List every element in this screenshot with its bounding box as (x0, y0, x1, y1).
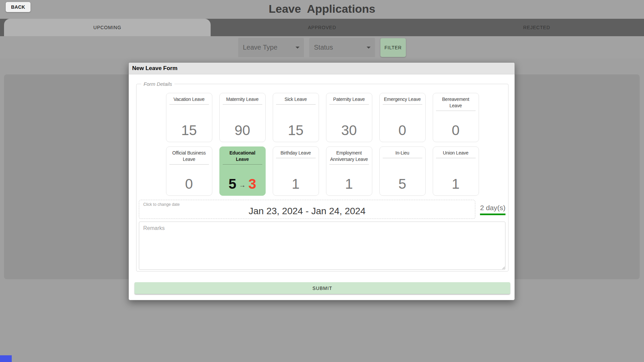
leave-card-title: Educational Leave (223, 150, 262, 165)
leave-balance-value: 90 (234, 123, 250, 137)
leave-balance-value: 30 (341, 123, 357, 137)
chevron-down-icon (367, 47, 371, 49)
form-details-fieldset: Form Details Vacation Leave 15 Maternity… (136, 81, 508, 272)
date-hint-label: Click to change date (143, 202, 180, 207)
leave-card[interactable]: Maternity Leave 90 (219, 93, 266, 142)
leave-card-grid: Vacation Leave 15 Maternity Leave 90 Sic… (137, 93, 508, 196)
leave-card-title: Employment Anniversary Leave (329, 150, 369, 165)
leave-card-title: Birthday Leave (276, 150, 316, 158)
leave-card-value: 0 (185, 177, 193, 191)
top-header: BACK Leave Applications (0, 0, 644, 19)
leave-balance-value: 0 (185, 177, 193, 191)
leave-balance-value: 0 (452, 123, 460, 137)
leave-card-value: 0 (452, 123, 460, 137)
leave-balance-value: 1 (452, 177, 460, 191)
filter-button[interactable]: FILTER (380, 38, 406, 57)
leave-balance-value: 15 (288, 123, 304, 137)
leave-card-title: Paternity Leave (329, 96, 369, 105)
leave-type-select[interactable]: Leave Type (238, 38, 304, 57)
remarks-input[interactable] (139, 222, 505, 270)
leave-card[interactable]: Employment Anniversary Leave 1 (326, 146, 372, 196)
tab-bar: UPCOMING APPROVED REJECTED (0, 19, 644, 36)
status-select[interactable]: Status (309, 38, 375, 57)
date-row: Click to change date Jan 23, 2024 - Jan … (139, 200, 505, 219)
leave-card-value: 30 (341, 123, 357, 137)
submit-button[interactable]: SUBMIT (135, 282, 510, 294)
leave-card-title: In-Lieu (383, 150, 422, 158)
date-range-value: Jan 23, 2024 - Jan 24, 2024 (139, 200, 475, 217)
leave-card[interactable]: Official Business Leave 0 (166, 146, 212, 196)
arrow-right-icon: → (239, 180, 246, 188)
leave-card[interactable]: Sick Leave 15 (273, 93, 319, 142)
leave-card-title: Vacation Leave (169, 96, 209, 105)
leave-card[interactable]: Union Leave 1 (433, 146, 479, 196)
leave-card-title: Bereavement Leave (436, 96, 476, 111)
leave-card-title: Union Leave (436, 150, 476, 158)
new-leave-form-modal: New Leave Form Form Details Vacation Lea… (128, 62, 515, 300)
tab-upcoming[interactable]: UPCOMING (4, 19, 211, 36)
leave-card[interactable]: Emergency Leave 0 (379, 93, 426, 142)
leave-card-title: Official Business Leave (169, 150, 209, 165)
form-details-legend: Form Details (141, 81, 174, 87)
filter-bar: Leave Type Status FILTER (0, 36, 644, 59)
leave-card[interactable]: Paternity Leave 30 (326, 93, 372, 142)
leave-balance-value: 1 (292, 177, 300, 191)
leave-card-value: 1 (292, 177, 300, 191)
leave-balance-value: 1 (345, 177, 353, 191)
leave-card[interactable]: Vacation Leave 15 (166, 93, 212, 142)
leave-card-value: 15 (181, 123, 197, 137)
leave-card-value: 15 (288, 123, 304, 137)
page-title: Leave Applications (0, 0, 644, 19)
leave-card-value: 5 → 3 (228, 177, 256, 191)
date-range-picker[interactable]: Click to change date Jan 23, 2024 - Jan … (139, 200, 475, 219)
leave-card[interactable]: In-Lieu 5 (379, 146, 426, 196)
leave-new-balance-value: 3 (249, 177, 256, 191)
tab-approved[interactable]: APPROVED (215, 19, 429, 36)
leave-card-value: 90 (234, 123, 250, 137)
leave-card-value: 5 (398, 177, 406, 191)
leave-card[interactable]: Educational Leave 5 → 3 (219, 146, 266, 196)
leave-card-value: 1 (452, 177, 460, 191)
modal-title: New Leave Form (129, 63, 515, 74)
leave-balance-value: 15 (181, 123, 197, 137)
leave-card[interactable]: Birthday Leave 1 (273, 146, 319, 196)
leave-card[interactable]: Bereavement Leave 0 (433, 93, 479, 142)
leave-card-value: 0 (398, 123, 406, 137)
status-select-label: Status (314, 44, 333, 51)
tab-rejected[interactable]: REJECTED (429, 19, 644, 36)
leave-card-title: Emergency Leave (383, 96, 422, 105)
leave-card-title: Sick Leave (276, 96, 316, 105)
leave-balance-value: 5 (228, 177, 236, 191)
leave-card-value: 1 (345, 177, 353, 191)
leave-balance-value: 0 (398, 123, 406, 137)
leave-type-select-label: Leave Type (243, 44, 277, 51)
leave-balance-value: 5 (398, 177, 406, 191)
leave-card-title: Maternity Leave (223, 96, 262, 105)
chevron-down-icon (296, 47, 300, 49)
duration-badge: 2 day(s) (480, 204, 505, 215)
corner-blue-badge (0, 355, 12, 362)
